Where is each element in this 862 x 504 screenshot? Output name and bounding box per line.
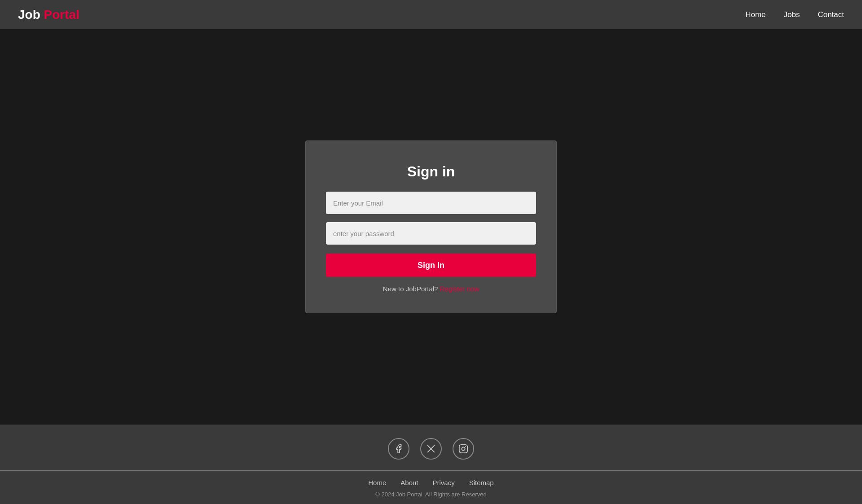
register-prompt: New to JobPortal? Register now	[383, 285, 479, 293]
signin-title: Sign in	[407, 163, 455, 180]
footer-links: Home About Privacy Sitemap	[0, 471, 862, 491]
footer-home[interactable]: Home	[368, 479, 386, 486]
instagram-icon[interactable]	[453, 438, 474, 460]
svg-rect-0	[459, 445, 467, 453]
nav-contact[interactable]: Contact	[818, 10, 844, 19]
logo: Job Portal	[18, 8, 79, 22]
signin-button[interactable]: Sign In	[326, 254, 536, 277]
footer-copyright: © 2024 Job Portal. All Rights are Reserv…	[0, 491, 862, 504]
footer: Home About Privacy Sitemap © 2024 Job Po…	[0, 425, 862, 504]
x-twitter-icon[interactable]	[420, 438, 442, 460]
footer-social	[0, 425, 862, 470]
password-input[interactable]	[326, 222, 536, 245]
logo-portal: Portal	[44, 8, 79, 22]
email-input[interactable]	[326, 192, 536, 214]
register-link[interactable]: Register now	[440, 285, 479, 293]
header: Job Portal Home Jobs Contact	[0, 0, 862, 29]
facebook-icon[interactable]	[388, 438, 409, 460]
main-content: Sign in Sign In New to JobPortal? Regist…	[0, 29, 862, 425]
logo-job: Job	[18, 8, 40, 22]
footer-privacy[interactable]: Privacy	[433, 479, 455, 486]
nav-jobs[interactable]: Jobs	[783, 10, 800, 19]
nav-home[interactable]: Home	[745, 10, 765, 19]
footer-about[interactable]: About	[400, 479, 418, 486]
footer-sitemap[interactable]: Sitemap	[469, 479, 494, 486]
signin-card: Sign in Sign In New to JobPortal? Regist…	[305, 140, 557, 313]
register-static-text: New to JobPortal?	[383, 285, 438, 293]
main-nav: Home Jobs Contact	[745, 10, 844, 19]
